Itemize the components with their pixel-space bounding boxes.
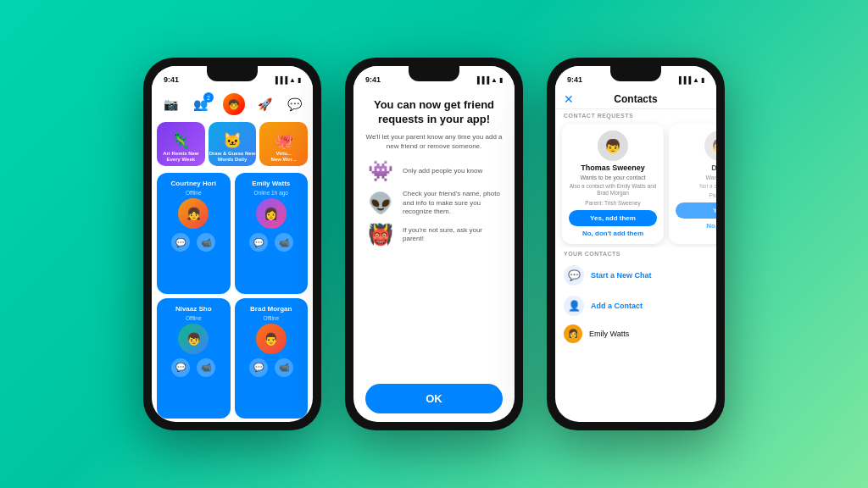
- brad-name: Brad Morgan: [250, 305, 292, 313]
- courtney-actions: 💬 📹: [171, 233, 215, 252]
- add-contact-label: Add a Contact: [591, 302, 643, 310]
- game-art-remix[interactable]: 🦎 Art Remix New Every Week: [157, 122, 205, 166]
- courtney-name: Courtney Hori: [171, 180, 216, 187]
- battery-icon-3: ▮: [701, 76, 704, 84]
- art-remix-emoji: 🦎: [171, 131, 190, 150]
- thomas-no-button[interactable]: No, don't add them: [582, 230, 643, 237]
- add-contact-row[interactable]: 👤 Add a Contact: [555, 291, 716, 321]
- info-emoji-1: 👾: [365, 159, 396, 183]
- notification-badge: 2: [203, 92, 214, 103]
- info-emoji-2: 👽: [365, 191, 396, 215]
- contact-nivaaz: Nivaaz Sho Offline 👦 💬 📹: [157, 298, 231, 419]
- brad-video-btn[interactable]: 📹: [275, 358, 293, 377]
- emily-list-name: Emily Watts: [589, 330, 629, 338]
- wifi-icon: ▲: [289, 76, 296, 84]
- wifi-icon-3: ▲: [693, 76, 699, 84]
- start-chat-icon: 💬: [564, 265, 584, 286]
- contacts-grid: Courtney Hori Offline 👧 💬 📹 Emily Watts …: [152, 169, 313, 422]
- time-2: 9:41: [365, 75, 381, 84]
- courtney-chat-btn[interactable]: 💬: [171, 233, 190, 252]
- contact-emily: Emily Watts Online 1h ago 👩 💬 📹: [235, 173, 309, 294]
- brad-status: Offline: [263, 315, 279, 321]
- ok-button[interactable]: OK: [365, 384, 503, 413]
- phone3-header: ✕ Contacts: [555, 90, 716, 109]
- games-row: 🦎 Art Remix New Every Week 🐱 Draw & Gues…: [152, 119, 313, 169]
- emily-list-avatar: 👩: [564, 324, 582, 343]
- rocket-icon[interactable]: 🚀: [254, 94, 275, 114]
- phone-2: 9:41 ▐▐▐ ▲ ▮ You can now get friend requ…: [345, 58, 523, 430]
- thomas-yes-button[interactable]: Yes, add them: [569, 210, 657, 226]
- draw-guess-emoji: 🐱: [223, 131, 242, 150]
- dir-subtitle: Wants to...: [705, 175, 716, 180]
- request-card-dir: 👦 Dir... Wants to... Not a co... curr...…: [669, 124, 716, 244]
- start-chat-label: Start a New Chat: [591, 271, 652, 280]
- status-icons-2: ▐▐▐ ▲ ▮: [475, 76, 503, 84]
- status-icons-1: ▐▐▐ ▲ ▮: [273, 76, 301, 84]
- section-requests-label: CONTACT REQUESTS: [555, 109, 716, 120]
- thomas-name: Thomas Sweeney: [581, 164, 645, 172]
- info-emoji-3: 👹: [365, 223, 396, 247]
- dir-avatar: 👦: [704, 130, 716, 161]
- user-avatar[interactable]: 🧒: [223, 93, 245, 115]
- emily-status: Online 1h ago: [254, 190, 288, 196]
- thomas-parent: Parent: Trish Sweeney: [585, 200, 640, 206]
- phone-1: 9:41 ▐▐▐ ▲ ▮ 📷 👥 2 🧒 🚀 💬 🦎 Art R: [143, 58, 321, 430]
- wifi-icon-2: ▲: [491, 76, 498, 84]
- thomas-also-contact: Also a contact with Emily Watts and Brad…: [569, 183, 657, 197]
- phone2-subtitle: We'll let your parent know any time you …: [365, 132, 503, 151]
- info-item-2: 👽 Check your friend's name, photo and in…: [365, 190, 503, 216]
- emily-chat-btn[interactable]: 💬: [249, 233, 268, 252]
- info-item-3: 👹 If you're not sure, ask your parent!: [365, 223, 503, 247]
- game-virtu[interactable]: 🐙 Virtu...New Wor...: [259, 122, 308, 166]
- game-draw-guess[interactable]: 🐱 Draw & Guess New Words Daily: [209, 122, 257, 166]
- courtney-avatar: 👧: [178, 198, 209, 229]
- dir-parent: Parent...: [709, 192, 716, 198]
- time-1: 9:41: [164, 75, 179, 84]
- brad-chat-btn[interactable]: 💬: [249, 358, 268, 377]
- nivaaz-status: Offline: [186, 315, 202, 321]
- start-new-chat-row[interactable]: 💬 Start a New Chat: [555, 260, 716, 291]
- dir-yes-button[interactable]: Yes,: [676, 202, 716, 219]
- nivaaz-video-btn[interactable]: 📹: [197, 358, 215, 377]
- section-your-contacts-label: YOUR CONTACTS: [555, 247, 716, 258]
- info-text-3: If you're not sure, ask your parent!: [403, 226, 503, 244]
- status-icons-3: ▐▐▐ ▲ ▮: [676, 76, 704, 84]
- nivaaz-chat-btn[interactable]: 💬: [171, 358, 190, 377]
- signal-icon: ▐▐▐: [273, 76, 287, 84]
- phone1-header: 📷 👥 2 🧒 🚀 💬: [152, 90, 313, 119]
- battery-icon: ▮: [298, 76, 301, 84]
- info-text-1: Only add people you know: [403, 167, 503, 175]
- info-text-2: Check your friend's name, photo and info…: [403, 190, 503, 216]
- your-contacts-section: 💬 Start a New Chat 👤 Add a Contact 👩 Emi…: [555, 258, 716, 348]
- virtu-label: Virtu...New Wor...: [271, 151, 297, 163]
- contact-brad: Brad Morgan Offline 👨 💬 📹: [235, 298, 309, 419]
- emily-avatar: 👩: [256, 198, 287, 229]
- time-3: 9:41: [567, 75, 582, 84]
- phone-3: 9:41 ▐▐▐ ▲ ▮ ✕ Contacts CONTACT REQUESTS…: [547, 58, 725, 430]
- emily-row[interactable]: 👩 Emily Watts: [555, 321, 716, 347]
- dir-also-contact: Not a co... curr...: [699, 183, 716, 190]
- nivaaz-name: Nivaaz Sho: [175, 305, 212, 313]
- nivaaz-actions: 💬 📹: [171, 358, 215, 377]
- nivaaz-avatar: 👦: [178, 324, 209, 354]
- virtu-emoji: 🐙: [275, 131, 293, 150]
- battery-icon-2: ▮: [499, 76, 503, 84]
- emily-actions: 💬 📹: [249, 233, 293, 252]
- art-remix-label: Art Remix New Every Week: [157, 151, 205, 163]
- phone2-content: You can now get friend requests in your …: [353, 90, 515, 422]
- dir-no-button[interactable]: No, do...: [706, 222, 716, 230]
- signal-icon-3: ▐▐▐: [676, 76, 691, 84]
- info-item-1: 👾 Only add people you know: [365, 159, 503, 183]
- courtney-video-btn[interactable]: 📹: [197, 233, 215, 252]
- close-button[interactable]: ✕: [564, 92, 574, 106]
- emily-video-btn[interactable]: 📹: [275, 233, 293, 252]
- request-card-thomas: 👦 Thomas Sweeney Wants to be your contac…: [562, 124, 664, 244]
- thomas-avatar: 👦: [598, 130, 628, 161]
- thomas-subtitle: Wants to be your contact: [580, 175, 645, 180]
- chat-icon[interactable]: 💬: [284, 94, 304, 114]
- signal-icon-2: ▐▐▐: [475, 76, 489, 84]
- contact-courtney: Courtney Hori Offline 👧 💬 📹: [157, 173, 231, 294]
- status-bar-3: 9:41 ▐▐▐ ▲ ▮: [555, 66, 716, 90]
- courtney-status: Offline: [186, 190, 202, 196]
- camera-icon[interactable]: 📷: [160, 94, 181, 114]
